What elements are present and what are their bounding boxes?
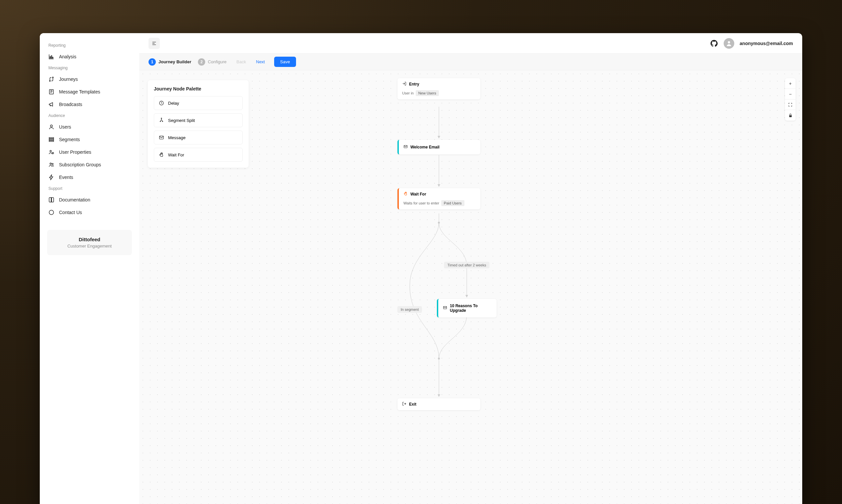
lock-icon bbox=[788, 113, 793, 118]
node-welcome-email[interactable]: Welcome Email bbox=[397, 140, 480, 155]
edge-label-in-segment: In segment bbox=[397, 306, 422, 313]
sidebar-item-label: Journeys bbox=[59, 76, 78, 82]
sidebar-item-label: Subscription Groups bbox=[59, 162, 101, 167]
avatar[interactable] bbox=[724, 38, 734, 49]
edge-label-timeout: Timed out after 2 weeks bbox=[444, 262, 490, 268]
step-1[interactable]: 1 Journey Builder bbox=[148, 58, 191, 66]
sidebar-section-reporting: Reporting bbox=[40, 40, 139, 50]
node-tag: Paid Users bbox=[441, 200, 464, 206]
sidebar-item-events[interactable]: Events bbox=[40, 171, 139, 184]
github-icon bbox=[711, 40, 718, 47]
svg-point-10 bbox=[50, 150, 52, 152]
sidebar-item-broadcasts[interactable]: Broadcasts bbox=[40, 98, 139, 111]
node-body-text: Waits for user to enter bbox=[404, 201, 439, 205]
node-title: Welcome Email bbox=[410, 145, 440, 149]
node-title: 10 Reasons To Upgrade bbox=[450, 304, 492, 313]
node-title: Exit bbox=[409, 402, 416, 407]
sidebar-item-label: Analysis bbox=[59, 54, 76, 59]
group-icon bbox=[48, 162, 54, 168]
route-icon bbox=[48, 76, 54, 82]
svg-point-15 bbox=[728, 41, 730, 43]
step-2[interactable]: 2 Configure bbox=[198, 58, 227, 66]
svg-point-13 bbox=[52, 163, 53, 165]
canvas[interactable]: Journey Node Palette Delay Segment Split… bbox=[139, 70, 802, 504]
brand-name: Dittofeed bbox=[54, 237, 125, 242]
sidebar-item-user-properties[interactable]: User Properties bbox=[40, 146, 139, 158]
chat-icon bbox=[48, 210, 54, 215]
megaphone-icon bbox=[48, 102, 54, 107]
mail-icon bbox=[404, 144, 408, 150]
sidebar-item-templates[interactable]: Message Templates bbox=[40, 86, 139, 98]
sidebar-item-subscription-groups[interactable]: Subscription Groups bbox=[40, 158, 139, 171]
entry-icon bbox=[402, 82, 407, 87]
sidebar-item-label: Message Templates bbox=[59, 89, 100, 94]
step-1-badge: 1 bbox=[148, 58, 156, 66]
back-link: Back bbox=[236, 59, 246, 64]
brand-tagline: Customer Engagement bbox=[54, 244, 125, 249]
sidebar: Reporting Analysis Messaging Journeys Me… bbox=[40, 33, 139, 504]
svg-rect-7 bbox=[49, 138, 54, 139]
book-icon bbox=[48, 197, 54, 203]
sidebar-item-label: Users bbox=[59, 124, 71, 129]
bolt-icon bbox=[48, 174, 54, 180]
svg-point-4 bbox=[52, 77, 53, 78]
flow: Entry User in New Users Welcome Email bbox=[139, 70, 802, 504]
github-link[interactable] bbox=[710, 39, 718, 48]
main: anonymous@email.com 1 Journey Builder 2 … bbox=[139, 33, 802, 504]
topbar: anonymous@email.com bbox=[139, 33, 802, 54]
step-2-badge: 2 bbox=[198, 58, 205, 66]
app-window: Reporting Analysis Messaging Journeys Me… bbox=[40, 33, 802, 504]
svg-point-3 bbox=[49, 80, 50, 82]
step-2-label: Configure bbox=[208, 59, 227, 64]
fit-view-button[interactable] bbox=[785, 100, 795, 110]
template-icon bbox=[48, 89, 54, 95]
mail-icon bbox=[443, 306, 447, 311]
node-exit[interactable]: Exit bbox=[397, 398, 480, 410]
stepbar: 1 Journey Builder 2 Configure Back Next … bbox=[139, 54, 802, 70]
sidebar-item-label: Events bbox=[59, 175, 73, 180]
sidebar-item-journeys[interactable]: Journeys bbox=[40, 73, 139, 86]
svg-point-6 bbox=[50, 125, 52, 127]
svg-rect-8 bbox=[49, 139, 54, 140]
expand-icon bbox=[788, 102, 793, 107]
exit-icon bbox=[402, 402, 407, 407]
user-props-icon bbox=[48, 149, 54, 155]
lock-button[interactable] bbox=[785, 110, 795, 121]
sidebar-item-users[interactable]: Users bbox=[40, 121, 139, 133]
sidebar-item-label: Broadcasts bbox=[59, 102, 82, 107]
zoom-in-button[interactable]: + bbox=[785, 78, 795, 89]
sidebar-item-documentation[interactable]: Documentation bbox=[40, 194, 139, 206]
svg-rect-9 bbox=[49, 141, 54, 142]
sidebar-item-contact[interactable]: Contact Us bbox=[40, 206, 139, 219]
svg-rect-1 bbox=[51, 56, 52, 58]
zoom-controls: + − bbox=[785, 78, 795, 121]
sidebar-section-audience: Audience bbox=[40, 111, 139, 121]
step-1-label: Journey Builder bbox=[159, 59, 191, 64]
toggle-sidebar-button[interactable] bbox=[148, 38, 160, 49]
sidebar-item-label: User Properties bbox=[59, 149, 91, 155]
menu-collapse-icon bbox=[151, 41, 157, 46]
zoom-out-button[interactable]: − bbox=[785, 89, 795, 100]
chart-icon bbox=[48, 54, 54, 60]
svg-point-12 bbox=[50, 163, 52, 165]
sidebar-item-segments[interactable]: Segments bbox=[40, 133, 139, 146]
svg-rect-2 bbox=[52, 57, 53, 58]
node-entry[interactable]: Entry User in New Users bbox=[397, 78, 480, 100]
user-email: anonymous@email.com bbox=[739, 41, 793, 46]
node-wait-for[interactable]: Wait For Waits for user to enter Paid Us… bbox=[397, 188, 480, 210]
sidebar-item-analysis[interactable]: Analysis bbox=[40, 50, 139, 63]
sidebar-item-label: Segments bbox=[59, 137, 80, 142]
node-tag: New Users bbox=[416, 90, 439, 96]
next-link[interactable]: Next bbox=[256, 59, 265, 64]
segments-icon bbox=[48, 137, 54, 143]
node-title: Entry bbox=[409, 82, 419, 87]
node-upgrade[interactable]: 10 Reasons To Upgrade bbox=[437, 299, 497, 318]
brand-card: Dittofeed Customer Engagement bbox=[47, 230, 132, 255]
svg-rect-0 bbox=[50, 57, 51, 58]
person-icon bbox=[725, 40, 732, 47]
sidebar-item-label: Documentation bbox=[59, 197, 90, 202]
svg-rect-29 bbox=[789, 115, 792, 116]
save-button[interactable]: Save bbox=[274, 57, 296, 67]
node-title: Wait For bbox=[410, 192, 426, 197]
sidebar-section-messaging: Messaging bbox=[40, 63, 139, 73]
